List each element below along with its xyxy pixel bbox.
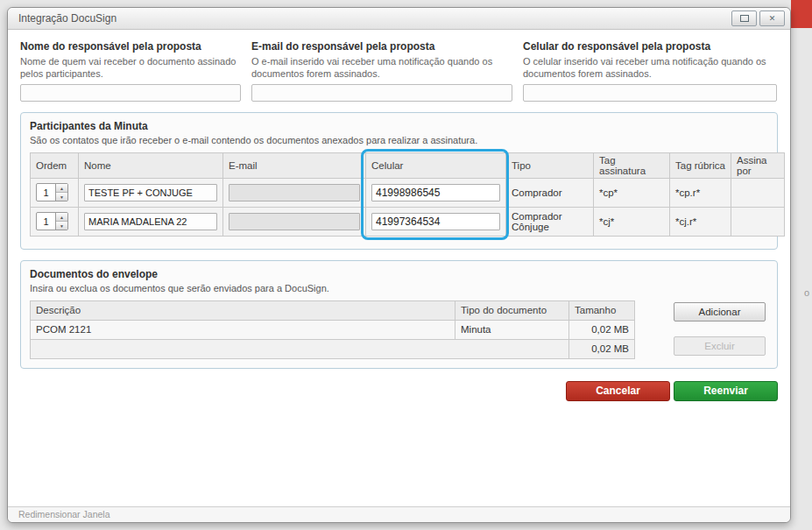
tag-assinatura-cell: *cj* [594,207,670,236]
close-icon: ✕ [769,14,776,23]
tipo-cell: Comprador Cônjuge [506,207,594,236]
participant-row: 1 ▲ ▼ Compr [31,178,785,207]
document-descricao-cell: PCOM 2121 [31,320,455,339]
nome-cell [79,207,223,236]
stepper-up-icon[interactable]: ▲ [56,213,67,222]
docusign-dialog: Integração DocuSign ✕ Nome do responsáve… [7,7,791,523]
participant-name-input[interactable] [84,213,217,230]
responsible-name-description: Nome de quem vai receber o documento ass… [20,55,241,81]
col-celular: Celular [366,152,506,178]
participant-row: 1 ▲ ▼ Compr [31,207,785,236]
responsible-phone-input[interactable] [523,84,777,102]
tipo-cell: Comprador [506,178,594,207]
col-email: E-mail [223,152,366,178]
stepper-down-icon[interactable]: ▼ [56,222,67,230]
responsible-email-description: O e-mail inserido vai receber uma notifi… [251,55,512,81]
ordem-cell: 1 ▲ ▼ [31,207,79,236]
documents-description: Insira ou exclua os documentos que serão… [30,283,768,293]
participant-phone-input[interactable] [371,184,500,201]
tag-rubrica-cell: *cj.r* [670,207,731,236]
stepper-down-icon[interactable]: ▼ [56,193,67,201]
col-tag-assinatura: Tag assinatura [594,152,670,178]
participant-name-input[interactable] [84,184,217,201]
responsible-email-field-group: E-mail do responsável pela proposta O e-… [251,40,512,102]
restore-button[interactable] [731,11,757,26]
restore-icon [740,15,749,22]
stepper-up-icon[interactable]: ▲ [56,184,67,193]
total-spacer-cell [31,339,569,358]
dialog-content: Nome do responsável pela proposta Nome d… [8,30,790,401]
screen: o Integração DocuSign ✕ Nome do responsá… [0,0,812,530]
order-value: 1 [37,213,55,230]
assina-por-cell [731,207,785,236]
documents-table: Descrição Tipo do documento Tamanho PCOM… [30,300,635,359]
dialog-title: Integração DocuSign [18,12,117,25]
responsible-name-label: Nome do responsável pela proposta [20,40,241,53]
responsible-email-label: E-mail do responsável pela proposta [251,40,512,53]
col-tipo: Tipo [506,152,594,178]
documents-buttons: Adicionar Excluir [674,302,766,356]
tag-assinatura-cell: *cp* [594,178,670,207]
documents-panel: Documentos do envelope Insira ou exclua … [20,260,778,369]
documents-body: Descrição Tipo do documento Tamanho PCOM… [30,300,768,359]
order-value: 1 [37,184,55,201]
responsible-fields: Nome do responsável pela proposta Nome d… [20,40,778,102]
stepper-buttons: ▲ ▼ [55,213,67,230]
documents-total-row: 0,02 MB [31,339,635,358]
documents-total-size: 0,02 MB [569,339,635,358]
background-peek-text: o [804,287,809,298]
documents-title: Documentos do envelope [30,268,768,280]
participant-email-input[interactable] [229,213,360,230]
delete-document-button[interactable]: Excluir [674,336,766,356]
add-document-button[interactable]: Adicionar [674,302,766,322]
document-row[interactable]: PCOM 2121 Minuta 0,02 MB [31,320,635,339]
order-stepper[interactable]: 1 ▲ ▼ [36,183,68,201]
col-nome: Nome [79,152,223,178]
col-descricao: Descrição [31,300,455,320]
order-stepper[interactable]: 1 ▲ ▼ [36,212,68,230]
email-cell [223,178,366,207]
dialog-footer: Redimensionar Janela [8,506,790,522]
email-cell [223,207,366,236]
dialog-titlebar[interactable]: Integração DocuSign ✕ [8,8,790,30]
participants-title: Participantes da Minuta [30,120,768,132]
col-assina-por: Assina por [731,152,785,178]
resend-button[interactable]: Reenviar [674,381,778,401]
dialog-actions: Cancelar Reenviar [20,381,778,401]
col-tipo-documento: Tipo do documento [455,300,569,320]
responsible-phone-label: Celular do responsável pela proposta [523,40,777,53]
celular-cell [366,178,506,207]
col-tamanho: Tamanho [569,300,635,320]
ordem-cell: 1 ▲ ▼ [31,178,79,207]
participant-email-input[interactable] [229,184,360,201]
celular-cell [366,207,506,236]
responsible-email-input[interactable] [251,84,512,102]
participants-header-row: Ordem Nome E-mail Celular Tipo Tag assin… [31,152,785,178]
responsible-phone-description: O celular inserido vai receber uma notif… [523,55,777,81]
responsible-name-field-group: Nome do responsável pela proposta Nome d… [20,40,241,102]
background-accent [791,0,812,28]
col-ordem: Ordem [31,152,79,178]
window-controls: ✕ [731,11,785,26]
responsible-name-input[interactable] [20,84,241,102]
col-tag-rubrica: Tag rúbrica [670,152,731,178]
resize-window-handle[interactable]: Redimensionar Janela [18,509,109,519]
participants-table: Ordem Nome E-mail Celular Tipo Tag assin… [30,152,785,237]
document-tamanho-cell: 0,02 MB [569,320,635,339]
participants-table-wrap: Ordem Nome E-mail Celular Tipo Tag assin… [30,152,785,237]
participants-panel: Participantes da Minuta São os contatos … [20,112,778,250]
stepper-buttons: ▲ ▼ [55,184,67,201]
cancel-button[interactable]: Cancelar [566,381,670,401]
tag-rubrica-cell: *cp.r* [670,178,731,207]
assina-por-cell [731,178,785,207]
participant-phone-input[interactable] [371,213,500,230]
participants-description: São os contatos que irão receber o e-mai… [30,135,768,145]
documents-header-row: Descrição Tipo do documento Tamanho [31,300,635,320]
responsible-phone-field-group: Celular do responsável pela proposta O c… [523,40,777,102]
close-button[interactable]: ✕ [759,11,785,26]
nome-cell [79,178,223,207]
document-tipo-cell: Minuta [455,320,569,339]
